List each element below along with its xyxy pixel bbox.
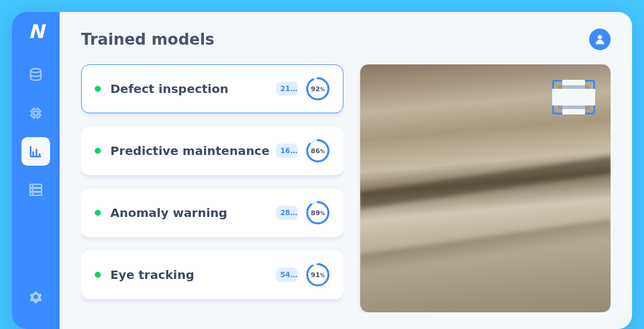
svg-rect-2 bbox=[34, 111, 38, 116]
nav-server[interactable] bbox=[21, 175, 50, 204]
model-name: Anomaly warning bbox=[110, 206, 276, 220]
svg-point-7 bbox=[32, 190, 33, 190]
model-list: Defect inspection21…92%Predictive mainte… bbox=[81, 64, 343, 312]
status-dot bbox=[95, 210, 101, 216]
accuracy-value: 91% bbox=[311, 271, 324, 279]
gear-icon bbox=[28, 289, 44, 305]
nav-chip[interactable] bbox=[21, 99, 50, 128]
model-badge: 21… bbox=[276, 82, 298, 96]
database-icon bbox=[28, 67, 44, 83]
logo: N bbox=[29, 20, 44, 43]
accuracy-ring: 89% bbox=[306, 201, 330, 225]
status-dot bbox=[95, 148, 101, 154]
model-card[interactable]: Defect inspection21…92% bbox=[81, 64, 343, 113]
status-dot bbox=[95, 272, 101, 278]
accuracy-value: 86% bbox=[311, 147, 324, 155]
detection-marker bbox=[558, 85, 590, 109]
nav-database[interactable] bbox=[21, 61, 50, 89]
model-badge: 28… bbox=[276, 206, 298, 220]
model-name: Predictive maintenance bbox=[110, 144, 276, 158]
chip-icon bbox=[28, 105, 44, 121]
model-badge: 16… bbox=[276, 144, 298, 158]
user-avatar[interactable] bbox=[589, 29, 611, 50]
svg-rect-1 bbox=[32, 110, 40, 117]
bar-chart-icon bbox=[28, 144, 44, 159]
accuracy-value: 89% bbox=[311, 209, 324, 217]
content-area: Defect inspection21…92%Predictive mainte… bbox=[81, 64, 611, 312]
svg-point-8 bbox=[32, 194, 33, 194]
model-name: Defect inspection bbox=[110, 82, 276, 96]
page-title: Trained models bbox=[81, 30, 215, 48]
header: Trained models bbox=[81, 29, 611, 50]
accuracy-ring: 92% bbox=[306, 77, 330, 101]
model-card[interactable]: Anomaly warning28…89% bbox=[81, 188, 343, 237]
svg-point-0 bbox=[30, 69, 41, 73]
server-icon bbox=[28, 182, 44, 197]
preview-panel bbox=[360, 64, 611, 312]
defect-mark-icon bbox=[566, 93, 581, 101]
model-card[interactable]: Predictive maintenance16…86% bbox=[81, 126, 343, 175]
app-window: N Trained models Defect inspection21…92%… bbox=[12, 12, 632, 329]
nav-chart[interactable] bbox=[21, 137, 50, 166]
model-badge: 54… bbox=[276, 268, 298, 282]
accuracy-ring: 86% bbox=[306, 139, 330, 163]
nav-settings[interactable] bbox=[21, 283, 50, 311]
svg-point-6 bbox=[32, 186, 33, 187]
status-dot bbox=[95, 86, 101, 92]
sidebar: N bbox=[12, 12, 60, 329]
accuracy-value: 92% bbox=[311, 85, 324, 93]
main-content: Trained models Defect inspection21…92%Pr… bbox=[60, 12, 632, 329]
model-card[interactable]: Eye tracking54…91% bbox=[81, 250, 343, 299]
accuracy-ring: 91% bbox=[306, 263, 330, 287]
svg-point-9 bbox=[597, 35, 602, 39]
person-icon bbox=[593, 33, 606, 46]
detection-box bbox=[552, 80, 595, 114]
model-name: Eye tracking bbox=[110, 268, 276, 282]
